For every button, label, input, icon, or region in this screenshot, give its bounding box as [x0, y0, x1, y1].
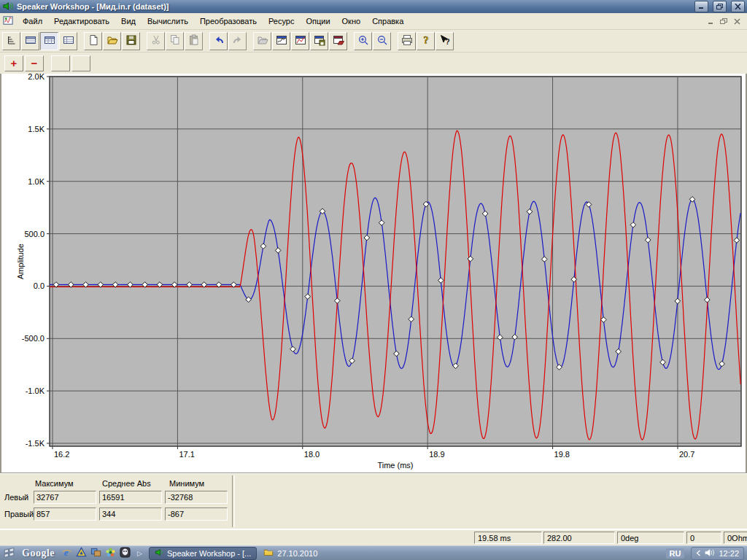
undo-button[interactable]	[209, 32, 228, 50]
x-axis-title: Time (ms)	[377, 461, 413, 470]
stats-header-max: Максимум	[34, 479, 101, 488]
tray-chevron-icon[interactable]	[696, 549, 701, 558]
save-icon	[125, 34, 137, 47]
help-button[interactable]: ?	[417, 32, 435, 50]
chart-window-button[interactable]	[272, 32, 290, 50]
x-tick-label: 18.0	[304, 450, 320, 459]
chat-app-icon[interactable]	[90, 547, 101, 559]
record-view-button[interactable]	[59, 32, 77, 50]
table-icon	[25, 34, 36, 47]
zoom-in-button[interactable]	[354, 32, 372, 50]
datasheet-view-button[interactable]	[21, 32, 39, 50]
chevron-right-icon[interactable]: ▷	[137, 550, 142, 557]
stats-row-label: Левый	[4, 493, 34, 502]
menu-item-1[interactable]: Редактировать	[48, 15, 115, 28]
menu-item-4[interactable]: Преобразовать	[194, 15, 263, 28]
stats-header-min: Минимум	[168, 479, 235, 488]
blank-1-button[interactable]	[51, 55, 70, 71]
mdi-restore-button[interactable]	[718, 16, 729, 26]
new-doc-icon	[88, 34, 99, 47]
mdi-minimize-button[interactable]	[705, 16, 716, 26]
speaker-icon	[155, 548, 164, 559]
y-tick-label: 1.5K	[28, 125, 44, 133]
right-min-value: -867	[165, 508, 228, 521]
skull-app-icon[interactable]	[120, 547, 131, 559]
zoom-out-icon	[376, 34, 388, 47]
toolbar-separator	[247, 32, 253, 50]
windows-flag-icon[interactable]	[3, 547, 15, 559]
dataset-icon	[3, 15, 14, 28]
window-title: Speaker Workshop - [Мид.in.r (dataset)]	[17, 2, 690, 11]
copy-icon	[169, 34, 181, 47]
blank-2-button[interactable]	[71, 55, 90, 71]
y-axis-title: Amplitude	[16, 244, 25, 279]
x-tick-label: 16.2	[54, 450, 69, 459]
table-grid-icon	[44, 34, 55, 47]
menu-item-2[interactable]: Вид	[115, 15, 142, 28]
sort-view-button[interactable]	[2, 32, 20, 50]
redo-button[interactable]	[228, 32, 247, 50]
ie-icon[interactable]: e	[61, 547, 72, 559]
context-help-button[interactable]: ?	[436, 32, 454, 50]
chart-save-button[interactable]	[310, 32, 328, 50]
paste-icon	[188, 34, 200, 47]
menu-bar: ФайлРедактироватьВидВычислитьПреобразова…	[0, 13, 747, 30]
mdi-window-controls	[705, 16, 746, 26]
remove-point-button[interactable]: −	[25, 55, 44, 71]
cut-icon	[150, 34, 162, 47]
toolbar-separator	[348, 32, 354, 50]
left-min-value: -32768	[165, 491, 228, 504]
copy-button[interactable]	[166, 32, 184, 50]
print-button[interactable]	[398, 32, 416, 50]
menu-items: ФайлРедактироватьВидВычислитьПреобразова…	[17, 15, 409, 28]
system-tray: 12:22	[691, 547, 744, 560]
minimize-button[interactable]	[694, 1, 708, 12]
folder-icon	[263, 548, 274, 559]
add-point-button[interactable]: +	[4, 55, 23, 71]
desktop: Speaker Workshop - [Мид.in.r (dataset)] …	[0, 0, 747, 560]
clock: 12:22	[719, 549, 739, 558]
volume-icon[interactable]	[705, 548, 715, 559]
paste-button[interactable]	[185, 32, 203, 50]
menu-item-5[interactable]: Ресурс	[263, 15, 300, 28]
save-file-button[interactable]	[122, 32, 140, 50]
grid-view-button[interactable]	[40, 32, 58, 50]
menu-item-3[interactable]: Вычислить	[142, 15, 194, 28]
left-avg-value: 16591	[99, 491, 162, 504]
icq-flower-icon[interactable]	[105, 547, 116, 559]
restore-button[interactable]	[713, 1, 727, 12]
toolbar-separator	[392, 32, 398, 50]
mdi-close-button[interactable]	[731, 16, 743, 26]
y-tick-label: 1.0K	[28, 177, 44, 186]
new-file-button[interactable]	[84, 32, 102, 50]
toolbar-separator	[78, 32, 84, 50]
right-max-value: 857	[34, 508, 96, 521]
waveform-chart[interactable]: 2.0K1.5K1.0K500.00.0-500.0-1.0K-1.5K16.2…	[1, 74, 746, 472]
y-tick-label: 500.0	[24, 230, 44, 238]
menu-item-6[interactable]: Опции	[300, 15, 336, 28]
google-toolbar-logo[interactable]: Google	[22, 548, 55, 559]
folder-gray-icon	[257, 34, 268, 47]
import-button[interactable]	[253, 32, 271, 50]
chart-line-button[interactable]	[291, 32, 309, 50]
chart-export-button[interactable]	[329, 32, 347, 50]
close-button[interactable]	[731, 1, 745, 12]
chart-export-icon	[333, 34, 344, 47]
language-indicator[interactable]: RU	[666, 548, 685, 559]
chart-save-icon	[314, 34, 325, 47]
stats-row-label: Правый	[4, 510, 34, 518]
chart-area: 2.0K1.5K1.0K500.00.0-500.0-1.0K-1.5K16.2…	[0, 74, 747, 472]
right-avg-value: 344	[99, 508, 162, 521]
open-folder-icon	[107, 34, 118, 47]
menu-item-8[interactable]: Справка	[366, 15, 409, 28]
cut-button[interactable]	[147, 32, 165, 50]
daemon-triangle-icon[interactable]	[76, 547, 87, 559]
taskbar-item-folder[interactable]: 27.10.2010	[263, 548, 317, 559]
taskbar-button-speaker-workshop[interactable]: Speaker Workshop - [...	[149, 547, 257, 560]
stats-panel: Максимум Среднее Abs Минимум Левый 32767…	[0, 472, 747, 529]
quick-launch-bar: e	[61, 547, 131, 559]
menu-item-7[interactable]: Окно	[336, 15, 367, 28]
zoom-out-button[interactable]	[373, 32, 391, 50]
open-file-button[interactable]	[103, 32, 121, 50]
menu-item-0[interactable]: Файл	[17, 15, 48, 28]
